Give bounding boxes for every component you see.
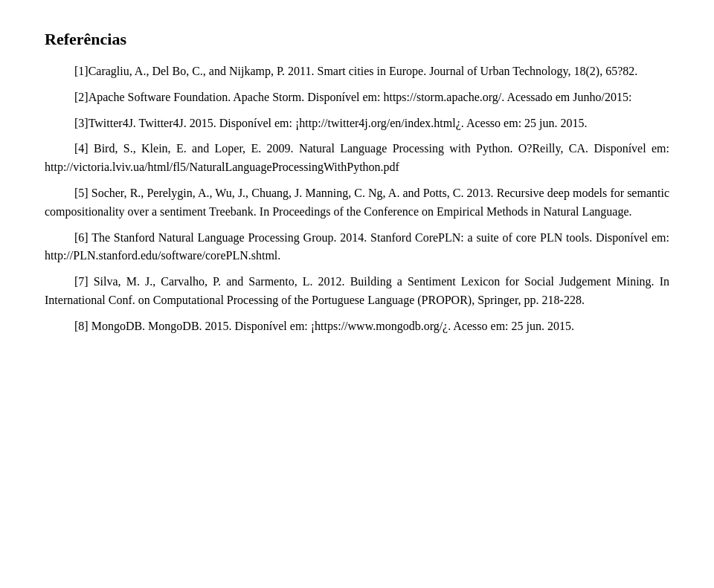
reference-6: [6] The Stanford Natural Language Proces… xyxy=(45,229,669,266)
reference-3: [3]Twitter4J. Twitter4J. 2015. Disponíve… xyxy=(45,114,669,133)
indent-spacer xyxy=(45,273,74,291)
indent-spacer xyxy=(45,184,74,203)
indent-spacer xyxy=(45,140,74,158)
ref-4-text: [4] Bird, S., Klein, E. and Loper, E. 20… xyxy=(45,140,669,177)
indent-spacer xyxy=(45,62,74,81)
reference-7: [7] Silva, M. J., Carvalho, P. and Sarme… xyxy=(45,273,669,310)
reference-4: [4] Bird, S., Klein, E. and Loper, E. 20… xyxy=(45,140,669,177)
ref-1-text: [1]Caragliu, A., Del Bo, C., and Nijkamp… xyxy=(45,62,669,81)
ref-5-text: [5] Socher, R., Perelygin, A., Wu, J., C… xyxy=(45,184,669,222)
indent-spacer xyxy=(45,229,74,248)
ref-3-text: [3]Twitter4J. Twitter4J. 2015. Disponíve… xyxy=(45,114,669,133)
ref-6-text: [6] The Stanford Natural Language Proces… xyxy=(45,229,669,266)
references-section: Referências [1]Caragliu, A., Del Bo, C.,… xyxy=(45,30,669,336)
reference-1: [1]Caragliu, A., Del Bo, C., and Nijkamp… xyxy=(45,62,669,81)
indent-spacer xyxy=(45,114,74,133)
indent-spacer xyxy=(45,88,74,107)
ref-7-text: [7] Silva, M. J., Carvalho, P. and Sarme… xyxy=(45,273,669,310)
ref-8-text: [8] MongoDB. MongoDB. 2015. Disponível e… xyxy=(45,317,669,336)
reference-2: [2]Apache Software Foundation. Apache St… xyxy=(45,88,669,107)
reference-8: [8] MongoDB. MongoDB. 2015. Disponível e… xyxy=(45,317,669,336)
ref-2-text: [2]Apache Software Foundation. Apache St… xyxy=(45,88,669,107)
reference-5: [5] Socher, R., Perelygin, A., Wu, J., C… xyxy=(45,184,669,222)
section-title: Referências xyxy=(45,30,669,49)
indent-spacer xyxy=(45,317,74,336)
